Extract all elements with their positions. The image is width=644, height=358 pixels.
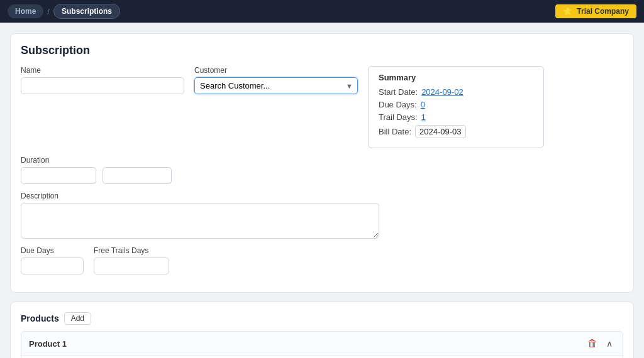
product-card-header-1: Product 1 🗑 ∧ <box>21 332 623 356</box>
add-product-button[interactable]: Add <box>64 312 91 325</box>
trial-badge: ⭐ Trial Company <box>555 4 636 18</box>
summary-due-days-row: Due Days: 0 <box>379 100 533 109</box>
description-textarea[interactable] <box>21 203 379 239</box>
summary-bill-date-row: Bill Date: 2024-09-03 <box>379 125 533 138</box>
description-group: Description <box>21 192 623 239</box>
free-trails-group: Free Trails Days 1 <box>94 246 169 274</box>
star-icon: ⭐ <box>563 7 572 16</box>
free-trails-input[interactable]: 1 <box>94 258 169 274</box>
main-content: Subscription Name Customer Search Custom… <box>0 23 644 358</box>
product-1-title: Product 1 <box>29 339 67 349</box>
summary-trail-days-row: Trail Days: 1 <box>379 112 533 122</box>
breadcrumb-subscriptions[interactable]: Subscriptions <box>53 4 120 19</box>
due-days-group: Due Days 0 <box>21 246 84 274</box>
page-title: Subscription <box>21 44 623 57</box>
products-card: Products Add Product 1 🗑 ∧ Product S <box>10 301 634 358</box>
customer-select-wrap: Search Customer... ▼ <box>194 77 358 94</box>
summary-trail-days-label: Trail Days: <box>379 112 418 122</box>
products-title: Products <box>21 313 59 323</box>
description-label: Description <box>21 192 623 200</box>
summary-start-date-row: Start Date: 2024-09-02 <box>379 87 533 97</box>
duration-date-input[interactable]: 09/02/2024 <box>21 167 96 184</box>
subscription-card: Subscription Name Customer Search Custom… <box>10 33 634 293</box>
product-card-actions: 🗑 ∧ <box>585 337 615 350</box>
breadcrumb-separator: / <box>47 7 50 16</box>
top-bar: Home / Subscriptions ⭐ Trial Company <box>0 0 644 23</box>
summary-due-days-value[interactable]: 0 <box>421 100 425 109</box>
duration-group: Duration 09/02/2024 Forever <box>21 156 623 184</box>
summary-bill-date-value: 2024-09-03 <box>415 125 466 138</box>
summary-start-date-value[interactable]: 2024-09-02 <box>421 87 464 97</box>
top-form-row: Name Customer Search Customer... ▼ Summa… <box>21 66 623 148</box>
products-header: Products Add <box>21 312 623 325</box>
summary-trail-days-value[interactable]: 1 <box>421 112 426 122</box>
due-days-label: Due Days <box>21 246 84 255</box>
customer-label: Customer <box>194 66 358 75</box>
days-row: Due Days 0 Free Trails Days 1 <box>21 246 623 274</box>
summary-due-days-label: Due Days: <box>379 100 417 109</box>
product-card-1: Product 1 🗑 ∧ Product Search Product... … <box>21 331 623 358</box>
delete-product-button[interactable]: 🗑 <box>585 337 600 350</box>
summary-bill-date-label: Bill Date: <box>379 127 411 136</box>
name-input[interactable] <box>21 77 184 94</box>
breadcrumb-home[interactable]: Home <box>8 4 43 18</box>
duration-forever-input[interactable]: Forever <box>103 167 172 184</box>
name-group: Name <box>21 66 184 94</box>
free-trails-label: Free Trails Days <box>94 246 169 255</box>
due-days-input[interactable]: 0 <box>21 258 84 274</box>
duration-row: 09/02/2024 Forever <box>21 167 623 184</box>
customer-select[interactable]: Search Customer... <box>194 77 358 94</box>
trial-badge-text: Trial Company <box>577 7 629 16</box>
summary-title: Summary <box>379 73 533 82</box>
breadcrumb: Home / Subscriptions <box>8 4 120 19</box>
summary-start-date-label: Start Date: <box>379 87 418 97</box>
duration-label: Duration <box>21 156 623 165</box>
customer-group: Customer Search Customer... ▼ <box>194 66 358 94</box>
collapse-product-button[interactable]: ∧ <box>604 337 615 350</box>
name-label: Name <box>21 66 184 75</box>
summary-box: Summary Start Date: 2024-09-02 Due Days:… <box>368 66 544 148</box>
